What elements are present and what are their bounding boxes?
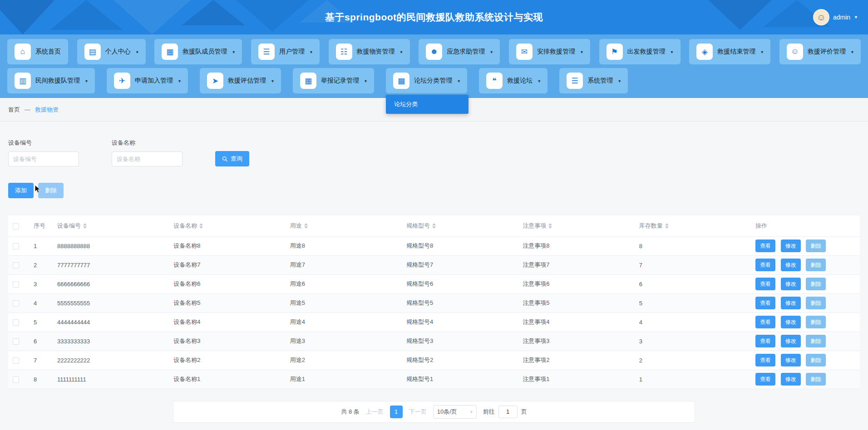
row-checkbox[interactable]: [13, 300, 19, 307]
cell-device-name: 设备名称5: [169, 293, 285, 313]
nav-item-emergency-help-mgmt[interactable]: ☻ 应急求助管理 ▾: [419, 39, 500, 64]
nav-item-personal-center[interactable]: ▤ 个人中心 ▾: [77, 39, 146, 64]
view-button[interactable]: 查看: [755, 239, 775, 252]
nav-item-system-mgmt[interactable]: ☰ 系统管理 ▾: [559, 68, 628, 93]
breadcrumb-separator: —: [25, 106, 30, 113]
page-number-1[interactable]: 1: [390, 406, 403, 418]
view-button[interactable]: 查看: [755, 297, 775, 309]
sort-caret[interactable]: [432, 223, 436, 229]
avatar[interactable]: ☺: [813, 9, 829, 25]
filter-bar: 设备编号 设备名称 查询: [0, 122, 868, 166]
view-button[interactable]: 查看: [755, 278, 775, 290]
row-checkbox[interactable]: [13, 243, 19, 249]
view-button[interactable]: 查看: [755, 259, 775, 271]
chevron-down-icon: ▾: [178, 78, 181, 83]
row-checkbox[interactable]: [13, 319, 19, 326]
dropdown-item-forum-category[interactable]: 论坛分类: [386, 95, 469, 114]
row-checkbox[interactable]: [13, 338, 19, 345]
row-checkbox[interactable]: [13, 357, 19, 364]
breadcrumb-current[interactable]: 救援物资: [35, 106, 59, 114]
edit-button[interactable]: 修改: [781, 259, 801, 271]
select-all-checkbox[interactable]: [13, 223, 19, 230]
nav-item-rescue-assessment-mgmt[interactable]: ➤ 救援评估管理 ▾: [200, 68, 281, 93]
view-button[interactable]: 查看: [755, 373, 775, 386]
row-delete-button[interactable]: 删除: [806, 259, 826, 271]
sort-caret[interactable]: [83, 223, 87, 229]
table-row: 4 5555555555 设备名称5 用途5 规格型号5 注意事项5 5 查看 …: [8, 293, 860, 313]
nav-item-folk-rescue-team-mgmt[interactable]: ▥ 民间救援队管理 ▾: [7, 68, 95, 93]
device-name-input[interactable]: [112, 151, 182, 166]
sort-caret[interactable]: [548, 223, 552, 229]
nav-item-report-record-mgmt[interactable]: ▦ 举报记录管理 ▾: [293, 68, 374, 93]
nav-item-rescue-evaluation-mgmt[interactable]: ☺ 救援评价管理 ▾: [779, 39, 861, 64]
row-checkbox[interactable]: [13, 281, 19, 288]
cell-index: 3: [29, 274, 53, 293]
view-button[interactable]: 查看: [755, 316, 775, 328]
edit-button[interactable]: 修改: [781, 297, 801, 309]
home-icon: ⌂: [15, 44, 31, 60]
nav-item-home[interactable]: ⌂ 系统首页: [7, 39, 68, 64]
nav-item-forum-category-mgmt[interactable]: ▩ 论坛分类管理 ▾ 论坛分类: [386, 68, 467, 93]
nav-item-rescue-supplies-mgmt[interactable]: ☷ 救援物资管理 ▾: [329, 39, 410, 64]
cell-use: 用途6: [286, 274, 402, 293]
row-checkbox[interactable]: [13, 262, 19, 269]
chevron-down-icon: ▾: [761, 49, 763, 54]
row-delete-button[interactable]: 删除: [806, 335, 826, 347]
cell-spec: 规格型号3: [402, 332, 518, 351]
app-header: 基于springboot的民间救援队救助系统设计与实现 ☺ admin ▼: [0, 0, 868, 34]
cell-note: 注意事项4: [518, 313, 634, 332]
nav-item-depart-rescue-mgmt[interactable]: ⚑ 出发救援管理 ▾: [599, 39, 681, 64]
col-use: 用途: [286, 215, 402, 236]
cell-use: 用途4: [286, 313, 402, 332]
page-size-select[interactable]: 10条/页 ▾: [433, 405, 477, 419]
edit-button[interactable]: 修改: [781, 278, 801, 290]
edit-button[interactable]: 修改: [781, 354, 801, 366]
prev-page-button[interactable]: 上一页: [366, 408, 384, 416]
cell-use: 用途1: [286, 370, 402, 389]
sort-caret[interactable]: [665, 223, 669, 229]
nav-item-arrange-rescue-mgmt[interactable]: ✉ 安排救援管理 ▾: [509, 39, 590, 64]
goto-page-input[interactable]: [498, 406, 518, 418]
next-page-button[interactable]: 下一页: [409, 408, 427, 416]
row-delete-button[interactable]: 删除: [806, 373, 826, 386]
row-checkbox[interactable]: [13, 376, 19, 383]
table-row: 6 3333333333 设备名称3 用途3 规格型号3 注意事项3 3 查看 …: [8, 332, 860, 351]
view-button[interactable]: 查看: [755, 354, 775, 366]
user-menu[interactable]: ☺ admin ▼: [813, 9, 858, 25]
col-index: 序号: [29, 215, 53, 236]
nav-item-user-mgmt[interactable]: ☰ 用户管理 ▾: [251, 39, 320, 64]
row-delete-button[interactable]: 删除: [806, 354, 826, 366]
cell-stock: 2: [635, 351, 751, 370]
sort-caret[interactable]: [199, 223, 203, 229]
cell-device-no: 6666666666: [53, 274, 169, 293]
main-navbar: ⌂ 系统首页 ▤ 个人中心 ▾ ▦ 救援队成员管理 ▾ ☰ 用户管理 ▾ ☷ 救…: [0, 34, 868, 98]
cell-note: 注意事项5: [518, 293, 634, 313]
nav-label: 救援队成员管理: [182, 48, 227, 56]
table-row: 1 8888888888 设备名称8 用途8 规格型号8 注意事项8 8 查看 …: [8, 236, 860, 255]
edit-button[interactable]: 修改: [781, 316, 801, 328]
row-delete-button[interactable]: 删除: [806, 297, 826, 309]
nav-item-rescue-end-mgmt[interactable]: ◈ 救援结束管理 ▾: [689, 39, 770, 64]
nav-item-team-member-mgmt[interactable]: ▦ 救援队成员管理 ▾: [154, 39, 242, 64]
edit-button[interactable]: 修改: [781, 335, 801, 347]
row-delete-button[interactable]: 删除: [806, 278, 826, 290]
nav-label: 救援结束管理: [717, 48, 755, 56]
delete-selected-button[interactable]: 删除: [38, 183, 64, 198]
cell-spec: 规格型号7: [402, 255, 518, 274]
nav-item-rescue-forum[interactable]: ❝ 救援论坛 ▾: [479, 68, 547, 93]
view-button[interactable]: 查看: [755, 335, 775, 347]
row-delete-button[interactable]: 删除: [806, 239, 826, 252]
edit-button[interactable]: 修改: [781, 373, 801, 386]
cell-note: 注意事项8: [518, 236, 634, 255]
add-button[interactable]: 添加: [8, 183, 34, 198]
breadcrumb-home[interactable]: 首页: [8, 106, 20, 114]
cell-stock: 8: [635, 236, 751, 255]
cell-stock: 5: [635, 293, 751, 313]
row-delete-button[interactable]: 删除: [806, 316, 826, 328]
edit-button[interactable]: 修改: [781, 239, 801, 252]
nav-item-join-application-mgmt[interactable]: ✈ 申请加入管理 ▾: [107, 68, 188, 93]
search-button[interactable]: 查询: [215, 151, 249, 166]
cell-spec: 规格型号8: [402, 236, 518, 255]
device-no-input[interactable]: [8, 151, 79, 166]
sort-caret[interactable]: [304, 223, 308, 229]
